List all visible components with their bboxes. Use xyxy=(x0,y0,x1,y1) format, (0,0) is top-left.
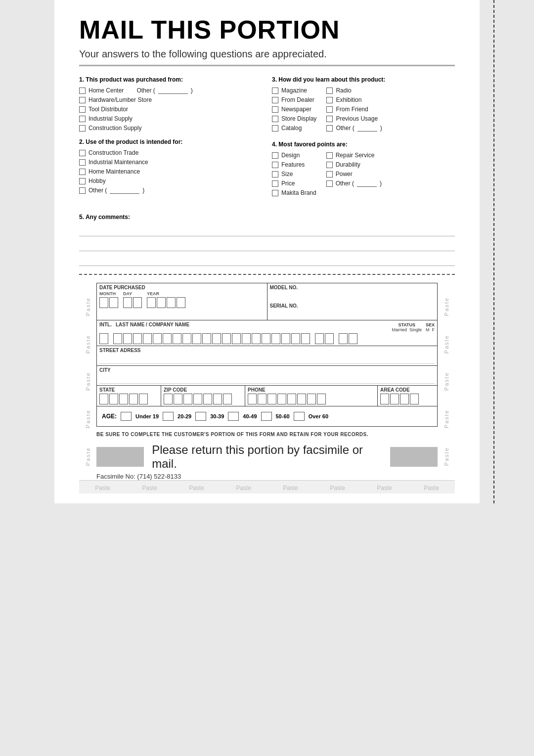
q4-checkbox-4[interactable] xyxy=(272,180,278,187)
age-box-over60[interactable] xyxy=(294,412,305,421)
q3-checkbox-9[interactable] xyxy=(326,116,333,122)
q2-option-2[interactable]: Industrial Maintenance xyxy=(79,159,262,166)
age-box-40-49[interactable] xyxy=(228,412,239,421)
f-box[interactable] xyxy=(349,333,357,344)
area-box-1[interactable] xyxy=(380,394,389,404)
phone-box-7[interactable] xyxy=(307,394,316,404)
married-box[interactable] xyxy=(315,333,324,344)
q3-checkbox-10[interactable] xyxy=(326,125,333,132)
area-box-2[interactable] xyxy=(390,394,399,404)
year-box-4[interactable] xyxy=(177,297,185,308)
q1-option-5[interactable]: Construction Supply xyxy=(79,125,262,132)
q2-option-4[interactable]: Hobby xyxy=(79,178,262,184)
state-box-4[interactable] xyxy=(129,394,138,404)
zip-box-3[interactable] xyxy=(183,394,192,404)
q3-option-9[interactable]: Previous Usage xyxy=(326,115,382,122)
name-box-4[interactable] xyxy=(143,333,152,344)
q4-checkbox-8[interactable] xyxy=(326,171,333,178)
comments-line-3[interactable] xyxy=(79,254,455,266)
single-box[interactable] xyxy=(325,333,334,344)
year-box-1[interactable] xyxy=(147,297,156,308)
q4-checkbox-6[interactable] xyxy=(326,152,333,159)
state-box-1[interactable] xyxy=(99,394,108,404)
name-box-17[interactable] xyxy=(271,333,280,344)
model-no-input[interactable] xyxy=(270,290,435,300)
q4-option-5[interactable]: Makita Brand xyxy=(272,189,316,196)
state-box-3[interactable] xyxy=(119,394,128,404)
q3-option-4[interactable]: Store Display xyxy=(272,115,316,122)
age-box-under19[interactable] xyxy=(121,412,132,421)
q4-checkbox-9[interactable] xyxy=(326,180,333,187)
q1-checkbox-5[interactable] xyxy=(79,125,86,132)
q4-option-4[interactable]: Price xyxy=(272,180,316,187)
name-box-8[interactable] xyxy=(182,333,191,344)
q3-checkbox-5[interactable] xyxy=(272,125,278,132)
q1-checkbox-4[interactable] xyxy=(79,116,86,122)
area-box-4[interactable] xyxy=(410,394,419,404)
q4-option-8[interactable]: Power xyxy=(326,171,382,178)
q3-option-8[interactable]: From Friend xyxy=(326,106,382,113)
q3-option-7[interactable]: Exhibition xyxy=(326,96,382,103)
phone-box-1[interactable] xyxy=(248,394,257,404)
month-box-2[interactable] xyxy=(109,297,118,308)
serial-no-input[interactable] xyxy=(270,309,435,318)
q4-checkbox-5[interactable] xyxy=(272,190,278,196)
comments-line-1[interactable] xyxy=(79,224,455,236)
phone-box-3[interactable] xyxy=(267,394,276,404)
q4-checkbox-1[interactable] xyxy=(272,152,278,159)
q2-option-1[interactable]: Construction Trade xyxy=(79,149,262,156)
q1-option-1[interactable]: Home Center Other ( ) xyxy=(79,87,262,94)
q2-checkbox-4[interactable] xyxy=(79,178,86,184)
m-box[interactable] xyxy=(339,333,348,344)
area-box-3[interactable] xyxy=(400,394,409,404)
year-box-2[interactable] xyxy=(157,297,166,308)
q2-checkbox-5[interactable] xyxy=(79,187,86,194)
name-box-11[interactable] xyxy=(212,333,221,344)
name-box-2[interactable] xyxy=(123,333,132,344)
name-box-10[interactable] xyxy=(202,333,211,344)
zip-box-6[interactable] xyxy=(213,394,222,404)
age-box-20-29[interactable] xyxy=(163,412,174,421)
zip-box-5[interactable] xyxy=(203,394,212,404)
month-box-1[interactable] xyxy=(99,297,108,308)
name-box-12[interactable] xyxy=(222,333,231,344)
day-box-2[interactable] xyxy=(133,297,142,308)
state-box-5[interactable] xyxy=(139,394,148,404)
q2-checkbox-2[interactable] xyxy=(79,159,86,166)
phone-box-4[interactable] xyxy=(277,394,286,404)
intl-box[interactable] xyxy=(99,333,108,344)
q3-option-3[interactable]: Newspaper xyxy=(272,106,316,113)
city-input[interactable] xyxy=(99,373,435,384)
name-box-6[interactable] xyxy=(163,333,172,344)
street-input[interactable] xyxy=(99,353,435,364)
name-box-13[interactable] xyxy=(232,333,241,344)
q3-option-1[interactable]: Magazine xyxy=(272,87,316,94)
q4-option-2[interactable]: Features xyxy=(272,161,316,168)
phone-box-6[interactable] xyxy=(297,394,306,404)
q1-checkbox-2[interactable] xyxy=(79,97,86,103)
zip-box-7[interactable] xyxy=(223,394,232,404)
q3-checkbox-1[interactable] xyxy=(272,88,278,94)
name-box-18[interactable] xyxy=(281,333,290,344)
comments-line-2[interactable] xyxy=(79,239,455,251)
name-box-16[interactable] xyxy=(262,333,270,344)
q1-checkbox-3[interactable] xyxy=(79,106,86,113)
q3-checkbox-8[interactable] xyxy=(326,106,333,113)
q2-option-3[interactable]: Home Maintenance xyxy=(79,168,262,175)
name-box-14[interactable] xyxy=(242,333,251,344)
q2-checkbox-1[interactable] xyxy=(79,150,86,156)
name-box-19[interactable] xyxy=(291,333,300,344)
q4-checkbox-3[interactable] xyxy=(272,171,278,178)
name-box-15[interactable] xyxy=(252,333,261,344)
q2-option-5[interactable]: Other ( ) xyxy=(79,187,262,194)
zip-box-1[interactable] xyxy=(164,394,173,404)
q3-checkbox-4[interactable] xyxy=(272,116,278,122)
q4-option-6[interactable]: Repair Service xyxy=(326,152,382,159)
state-box-2[interactable] xyxy=(109,394,118,404)
name-box-9[interactable] xyxy=(192,333,201,344)
q2-checkbox-3[interactable] xyxy=(79,169,86,175)
name-box-3[interactable] xyxy=(133,333,142,344)
q4-option-3[interactable]: Size xyxy=(272,171,316,178)
q3-checkbox-3[interactable] xyxy=(272,106,278,113)
phone-box-8[interactable] xyxy=(317,394,326,404)
